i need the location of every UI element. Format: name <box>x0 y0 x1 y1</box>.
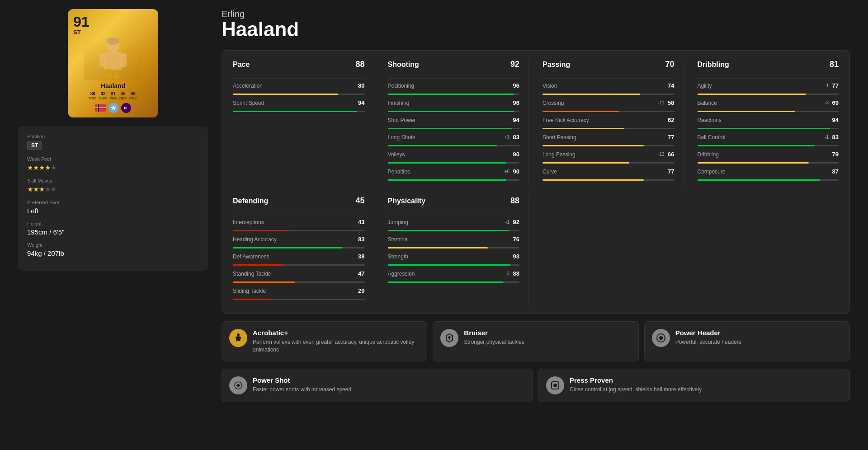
trait-power-header: Power Header Powerful, accurate headers <box>644 321 850 361</box>
svg-point-11 <box>237 384 240 387</box>
preferred-foot-label: Preferred Foot <box>27 200 199 205</box>
svg-point-13 <box>553 384 557 387</box>
trait-acrobatic: Acrobatic+ Perform volleys with even gre… <box>222 321 427 361</box>
sprint-speed-stat: Sprint Speed 94 <box>233 99 365 112</box>
dribbling-value: 81 <box>830 60 839 69</box>
playstyles-grid-1: Acrobatic+ Perform volleys with even gre… <box>222 321 850 361</box>
shooting-value: 92 <box>510 60 519 69</box>
long-shots-stat: Long Shots +3 83 <box>388 134 520 146</box>
dribbling-header: Dribbling 81 <box>698 60 839 73</box>
preferred-foot-value: Left <box>27 207 199 215</box>
bruiser-desc: Stronger physical tackles <box>464 338 631 346</box>
physicality-label: Physicality <box>388 197 426 205</box>
pace-header: Pace 88 <box>233 60 365 73</box>
weak-foot-row: Weak Foot ★★★★★ <box>27 156 199 172</box>
power-header-info: Power Header Powerful, accurate headers <box>675 329 842 346</box>
card-rating: 91 <box>73 14 90 29</box>
weight-row: Weight 94kg / 207lb <box>27 242 199 257</box>
long-passing-stat: Long Passing -13 66 <box>542 151 675 164</box>
player-card: 91 ST Haaland <box>68 9 158 117</box>
passing-category: Passing 70 Vision 74 Crossing <box>542 60 684 185</box>
acrobatic-info: Acrobatic+ Perform volleys with even gre… <box>253 329 420 354</box>
card-stat-phy: 88 PHY <box>129 91 137 100</box>
weak-foot-stars: ★★★★★ <box>27 164 199 172</box>
stats-container: Pace 88 Acceleration 80 Sprint Speed <box>222 50 850 314</box>
press-proven-info: Press Proven Close control at jog speed,… <box>570 376 842 394</box>
position-badge: ST <box>27 141 42 150</box>
card-stats-row: 88 PAC 92 SHO 81 PAS 45 DEF <box>89 91 137 100</box>
balance-stat: Balance -3 69 <box>698 99 839 112</box>
empty-col-4 <box>698 196 839 305</box>
agility-stat: Agility -1 77 <box>698 82 839 95</box>
norway-flag <box>95 104 106 112</box>
player-title: Erling Haaland <box>222 9 850 39</box>
shot-power-stat: Shot Power 94 <box>388 117 520 129</box>
power-shot-info: Power Shot Faster power shots with incre… <box>253 376 525 394</box>
weight-value: 94kg / 207lb <box>27 249 199 257</box>
club-badge <box>108 103 118 113</box>
shooting-label: Shooting <box>388 61 419 69</box>
trait-press-proven: Press Proven Close control at jog speed,… <box>538 369 850 402</box>
press-proven-name: Press Proven <box>570 376 842 384</box>
aggression-stat: Aggression -3 88 <box>388 270 520 283</box>
preferred-foot-row: Preferred Foot Left <box>27 200 199 215</box>
svg-point-7 <box>237 333 240 336</box>
strength-stat: Strength 93 <box>388 253 520 266</box>
defending-header: Defending 45 <box>233 196 365 209</box>
card-flags: PL <box>95 103 131 113</box>
svg-rect-5 <box>114 69 119 79</box>
skill-moves-label: Skill Moves <box>27 178 199 183</box>
crossing-stat: Crossing -11 58 <box>542 99 675 112</box>
player-last-name: Haaland <box>222 19 850 39</box>
svg-rect-3 <box>121 53 127 67</box>
weak-foot-label: Weak Foot <box>27 156 199 162</box>
empty-col-3 <box>542 196 684 305</box>
dribbling-sub-stat: Dribbling 79 <box>698 151 839 164</box>
dribbling-category: Dribbling 81 Agility -1 77 <box>698 60 839 185</box>
power-header-desc: Powerful, accurate headers <box>675 338 842 346</box>
second-stats-row: Defending 45 Interceptions 43 Heading <box>233 196 839 305</box>
height-label: Height <box>27 221 199 226</box>
card-player-name: Haaland <box>101 82 125 89</box>
penalties-stat: Penalties +6 90 <box>388 168 520 181</box>
curve-stat: Curve 77 <box>542 168 675 181</box>
physicality-header: Physicality 88 <box>388 196 520 209</box>
position-label: Position <box>27 134 199 139</box>
passing-label: Passing <box>542 61 570 69</box>
bruiser-name: Bruiser <box>464 329 631 337</box>
volleys-stat: Volleys 90 <box>388 151 520 164</box>
press-proven-icon <box>546 376 564 394</box>
acrobatic-desc: Perform volleys with even greater accura… <box>253 338 420 354</box>
card-stat-def: 45 DEF <box>119 91 127 100</box>
ball-control-stat: Ball Control -1 83 <box>698 134 839 146</box>
player-info-panel: Position ST Weak Foot ★★★★★ Skill Moves … <box>18 127 208 271</box>
svg-point-9 <box>659 336 663 340</box>
weight-label: Weight <box>27 242 199 248</box>
acrobatic-name: Acrobatic+ <box>253 329 420 337</box>
card-stat-sho: 92 SHO <box>99 91 107 100</box>
league-badge: PL <box>121 103 131 113</box>
card-stat-pac: 88 PAC <box>89 91 96 100</box>
finishing-stat: Finishing 96 <box>388 99 520 112</box>
height-row: Height 195cm / 6'5" <box>27 221 199 236</box>
passing-header: Passing 70 <box>542 60 675 73</box>
defending-label: Defending <box>233 197 268 205</box>
jumping-stat: Jumping -1 92 <box>388 219 520 231</box>
power-shot-name: Power Shot <box>253 376 525 384</box>
physicality-category: Physicality 88 Jumping -1 92 <box>388 196 529 305</box>
card-stat-pas: 81 PAS <box>110 91 117 100</box>
player-image <box>84 38 142 80</box>
composure-stat: Composure 87 <box>698 168 839 181</box>
skill-moves-stars: ★★★★★ <box>27 185 199 193</box>
interceptions-stat: Interceptions 43 <box>233 219 365 231</box>
height-value: 195cm / 6'5" <box>27 228 199 236</box>
card-position: ST <box>73 29 81 36</box>
physicality-value: 88 <box>510 196 519 206</box>
defending-category: Defending 45 Interceptions 43 Heading <box>233 196 374 305</box>
pace-category: Pace 88 Acceleration 80 Sprint Speed <box>233 60 374 185</box>
reactions-stat: Reactions 94 <box>698 117 839 129</box>
trait-bruiser: Bruiser Stronger physical tackles <box>433 321 638 361</box>
pace-value: 88 <box>355 60 364 69</box>
def-awareness-stat: Def Awareness 38 <box>233 253 365 266</box>
free-kick-accuracy-stat: Free Kick Accuracy 62 <box>542 117 675 129</box>
